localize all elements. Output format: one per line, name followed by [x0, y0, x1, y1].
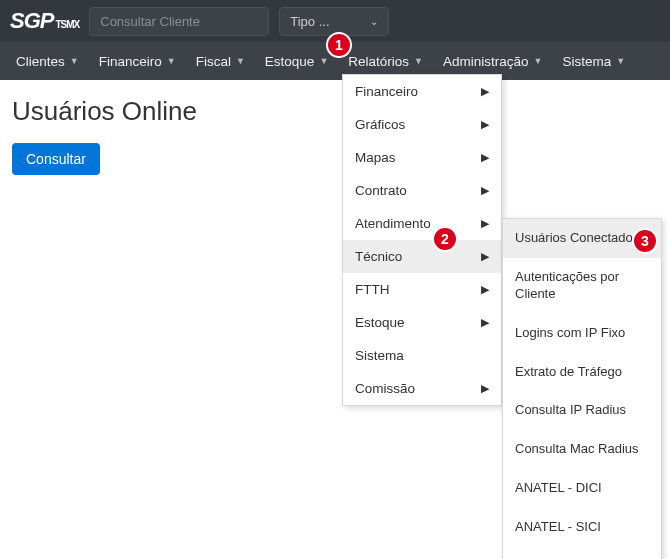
dropdown-item-label: Financeiro	[355, 84, 418, 99]
caret-down-icon: ▼	[70, 56, 79, 66]
search-input[interactable]	[89, 7, 269, 36]
consultar-button[interactable]: Consultar	[12, 143, 100, 175]
dropdown-item-graficos[interactable]: Gráficos▶	[343, 108, 501, 141]
dropdown-item-label: Contrato	[355, 183, 407, 191]
tipo-label: Tipo ...	[290, 14, 329, 29]
caret-down-icon: ▼	[414, 56, 423, 66]
logo-big: SGP	[10, 8, 53, 34]
dropdown-item-label: Mapas	[355, 150, 396, 165]
content: Usuários Online Consultar	[0, 80, 670, 191]
caret-down-icon: ▼	[236, 56, 245, 66]
caret-down-icon: ▼	[616, 56, 625, 66]
dropdown-item-label: Gráficos	[355, 117, 405, 132]
arrow-right-icon: ▶	[481, 184, 489, 191]
chevron-down-icon: ⌄	[370, 16, 378, 27]
arrow-right-icon: ▶	[481, 151, 489, 164]
caret-down-icon: ▼	[167, 56, 176, 66]
menu-fiscal[interactable]: Fiscal▼	[186, 42, 255, 80]
logo: SGP TSMX	[10, 8, 79, 34]
page-title: Usuários Online	[12, 96, 658, 127]
dropdown-item-financeiro[interactable]: Financeiro▶	[343, 75, 501, 108]
dropdown-item-contrato[interactable]: Contrato▶	[343, 174, 501, 191]
caret-down-icon: ▼	[319, 56, 328, 66]
dropdown-item-mapas[interactable]: Mapas▶	[343, 141, 501, 174]
tipo-select[interactable]: Tipo ... ⌄	[279, 7, 389, 36]
dropdown-relatorios: Financeiro▶Gráficos▶Mapas▶Contrato▶Atend…	[342, 74, 502, 191]
caret-down-icon: ▼	[534, 56, 543, 66]
arrow-right-icon: ▶	[481, 118, 489, 131]
menu-financeiro[interactable]: Financeiro▼	[89, 42, 186, 80]
logo-small: TSMX	[55, 19, 79, 30]
arrow-right-icon: ▶	[481, 85, 489, 98]
annotation-badge-1: 1	[326, 32, 352, 58]
menu-sistema[interactable]: Sistema▼	[552, 42, 635, 80]
menu-clientes[interactable]: Clientes▼	[6, 42, 89, 80]
